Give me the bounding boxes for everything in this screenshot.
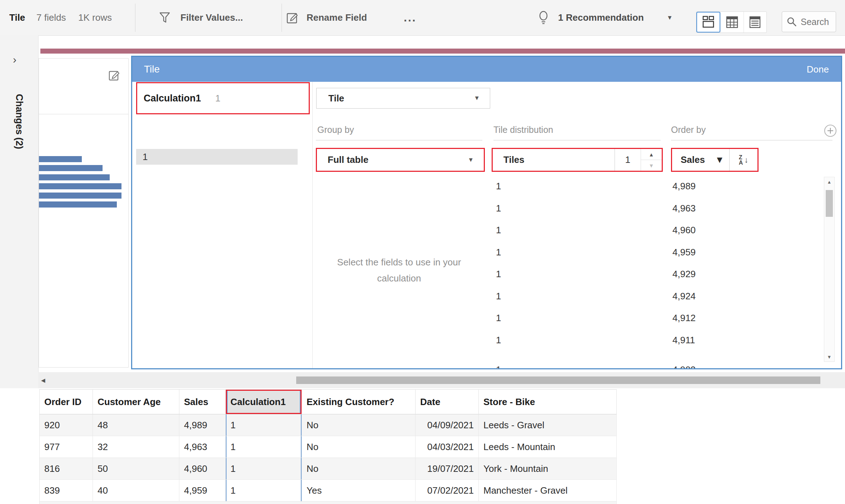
column-header-calculation1[interactable]: Calculation1 (226, 390, 302, 414)
calculation-result-row[interactable]: 1 (136, 149, 298, 165)
cell: No (302, 458, 416, 480)
tile-distribution-label: Tile distribution (493, 125, 553, 135)
profile-view-icon (701, 15, 716, 29)
recommendation-caret-icon[interactable]: ▼ (667, 0, 673, 35)
changes-tab[interactable]: Changes (2) (6, 89, 31, 154)
scroll-up-icon[interactable]: ▲ (824, 177, 834, 186)
field-color-strip (40, 49, 845, 54)
column-header-sales[interactable]: Sales (179, 390, 226, 414)
calculation-name-field[interactable]: Calculation1 1 (136, 82, 310, 114)
fields-count: 7 fields (36, 0, 66, 35)
spinner-down-icon[interactable]: ▼ (641, 160, 662, 171)
vertical-scrollbar[interactable]: ▲ ▼ (824, 177, 835, 362)
scrollbar-thumb[interactable] (296, 376, 820, 384)
order-value: 4,960 (672, 224, 696, 236)
done-button[interactable]: Done (807, 64, 829, 75)
cell: 04/03/2021 (416, 436, 479, 458)
toolbar-divider (135, 4, 135, 32)
cell: No (302, 414, 416, 436)
sort-arrow-icon: ↓ (744, 155, 748, 165)
order-by-control: Sales ▼ ZA ↓ (671, 148, 759, 172)
tiles-count-input[interactable]: 1 (615, 149, 641, 171)
group-by-value: Full table (328, 154, 368, 165)
column-header-store-bike[interactable]: Store - Bike (479, 390, 617, 414)
add-order-by-button[interactable] (824, 124, 837, 138)
distribution-bar (39, 183, 121, 189)
cell: 839 (40, 480, 93, 501)
rename-field-button[interactable]: Rename Field (307, 0, 367, 35)
tile-value-partial: 1 (496, 363, 501, 369)
card-divider (39, 114, 128, 114)
cell: 4,989 (179, 414, 226, 436)
cell: 977 (40, 436, 93, 458)
more-options-button[interactable]: ... (404, 0, 417, 35)
column-header-date[interactable]: Date (416, 390, 479, 414)
tile-value: 1 (496, 202, 501, 215)
order-value: 4,989 (672, 180, 696, 193)
tile-distribution-field[interactable]: Tiles (493, 149, 615, 171)
scroll-down-icon[interactable]: ▼ (824, 352, 834, 361)
tile-value: 1 (496, 290, 501, 303)
order-value: 4,912 (672, 311, 696, 324)
cell: 32 (93, 436, 179, 458)
profile-view-button[interactable] (696, 12, 720, 33)
distribution-bar (39, 165, 103, 171)
search-icon (786, 16, 797, 27)
expand-changes-chevron-icon[interactable]: › (13, 54, 16, 66)
profile-card (39, 58, 129, 368)
search-input[interactable] (800, 16, 834, 28)
cell: 04/09/2021 (416, 414, 479, 436)
tile-value: 1 (496, 180, 501, 193)
calculation-type-dropdown[interactable]: Tile ▼ (316, 88, 490, 109)
recommendation-dropdown[interactable]: 1 Recommendation (558, 0, 644, 35)
column-header-customer-age[interactable]: Customer Age (93, 390, 179, 414)
cell: 1 (226, 458, 302, 480)
order-value-partial: 4,903 (672, 363, 696, 369)
horizontal-scrollbar[interactable]: ◀ (38, 372, 845, 388)
cell: 40 (93, 480, 179, 501)
tile-value: 1 (496, 311, 501, 324)
section-underline (671, 140, 832, 140)
helper-text: Select the fields to use in your calcula… (316, 254, 482, 286)
cell: Leeds - Gravel (479, 414, 617, 436)
sort-direction-button[interactable]: ZA ↓ (729, 149, 757, 171)
tile-value: 1 (496, 224, 501, 236)
order-by-dropdown[interactable]: Sales ▼ (672, 149, 729, 171)
order-value: 4,924 (672, 290, 696, 303)
cell: 4,959 (179, 480, 226, 501)
chevron-down-icon: ▼ (715, 154, 724, 165)
spinner-up-icon[interactable]: ▲ (641, 149, 662, 160)
edit-field-icon[interactable] (108, 69, 121, 82)
chevron-down-icon: ▼ (474, 95, 480, 102)
list-view-icon (749, 16, 761, 29)
table-view-button[interactable] (720, 12, 743, 33)
distribution-bar (39, 156, 82, 162)
dialog-title: Tile (144, 64, 160, 75)
cell: 4,960 (179, 458, 226, 480)
scrollbar-thumb[interactable] (826, 190, 833, 217)
section-underline (493, 140, 661, 140)
cell: No (302, 436, 416, 458)
cell: 50 (93, 458, 179, 480)
tiles-count-spinner: ▲ ▼ (641, 149, 662, 171)
scroll-left-icon[interactable]: ◀ (41, 372, 45, 388)
group-by-dropdown[interactable]: Full table ▼ (316, 148, 485, 172)
calculation-name-label: Calculation1 (144, 93, 201, 104)
cell: 19/07/2021 (416, 458, 479, 480)
dialog-header: Tile Done (132, 57, 841, 82)
order-by-value: Sales (681, 154, 705, 165)
filter-values-button[interactable]: Filter Values... (180, 0, 243, 35)
tile-value: 1 (496, 246, 501, 259)
column-header-existing-customer[interactable]: Existing Customer? (302, 390, 416, 414)
cell: 48 (93, 414, 179, 436)
next-row-sliver (40, 501, 617, 504)
rows-count: 1K rows (78, 0, 112, 35)
cell: Manchester - Gravel (479, 480, 617, 501)
cell: 07/02/2021 (416, 480, 479, 501)
search-box[interactable] (782, 11, 836, 32)
plus-circle-icon (824, 124, 837, 138)
column-header-order-id[interactable]: Order ID (40, 390, 93, 414)
filter-icon (159, 0, 171, 35)
table-view-icon (725, 16, 739, 29)
list-view-button[interactable] (744, 12, 766, 33)
